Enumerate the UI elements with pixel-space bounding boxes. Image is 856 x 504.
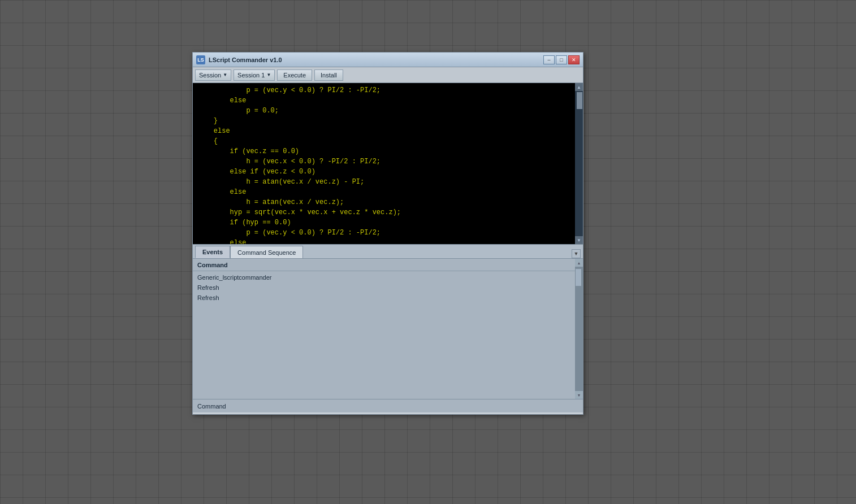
tab-command-sequence[interactable]: Command Sequence: [230, 246, 303, 258]
window-title: LScript Commander v1.0: [209, 57, 543, 63]
panel-scroll-down[interactable]: ▼: [575, 391, 583, 399]
title-bar-buttons: – □ ✕: [543, 55, 580, 64]
session-menu-arrow: ▼: [223, 72, 227, 77]
minimize-button[interactable]: –: [543, 55, 555, 64]
app-icon: LS: [196, 55, 205, 64]
list-item[interactable]: Generic_lscriptcommander: [193, 272, 583, 283]
code-editor[interactable]: p = (vec.y < 0.0) ? PI/2 : -PI/2; else p…: [193, 83, 583, 244]
app-icon-label: LS: [197, 57, 204, 63]
code-content: p = (vec.y < 0.0) ? PI/2 : -PI/2; else p…: [197, 85, 573, 244]
tab-events[interactable]: Events: [195, 246, 230, 258]
events-list: Generic_lscriptcommander Refresh Refresh: [193, 271, 583, 304]
panel-scrollbar-thumb[interactable]: [576, 269, 581, 286]
tabs-bar: Events Command Sequence ▼: [193, 244, 583, 259]
editor-scroll-down[interactable]: ▼: [575, 236, 583, 244]
session-menu-label: Session: [199, 72, 221, 79]
code-editor-container: p = (vec.y < 0.0) ? PI/2 : -PI/2; else p…: [193, 83, 583, 244]
title-bar: LS LScript Commander v1.0 – □ ✕: [193, 53, 583, 67]
panel-scrollbar: ▲ ▼: [575, 259, 583, 399]
menubar: Session ▼ Session 1 ▼ Execute Install: [193, 67, 583, 83]
session1-menu[interactable]: Session 1 ▼: [234, 69, 275, 81]
main-window: LS LScript Commander v1.0 – □ ✕ Session …: [192, 52, 583, 415]
tab-scroll-down-btn[interactable]: ▼: [572, 249, 581, 258]
editor-scrollbar-thumb[interactable]: [577, 92, 582, 109]
execute-button[interactable]: Execute: [277, 69, 312, 81]
list-item[interactable]: Refresh: [193, 293, 583, 303]
editor-scrollbar: ▲ ▼: [575, 83, 583, 244]
tabs-scroll-controls: ▼: [572, 249, 581, 258]
panel-scroll-up[interactable]: ▲: [575, 259, 583, 267]
session1-label: Session 1: [237, 72, 265, 79]
editor-scroll-up[interactable]: ▲: [575, 83, 583, 91]
session1-arrow: ▼: [266, 72, 271, 77]
panel-scrollbar-track: [575, 267, 583, 391]
list-item[interactable]: Refresh: [193, 283, 583, 293]
command-label: Command: [197, 403, 226, 410]
maximize-button[interactable]: □: [556, 55, 567, 64]
command-bar: Command: [193, 399, 583, 412]
events-panel: Command Generic_lscriptcommander Refresh…: [193, 259, 583, 399]
close-button[interactable]: ✕: [568, 55, 580, 64]
events-column-header: Command: [197, 262, 228, 268]
session-menu[interactable]: Session ▼: [195, 69, 231, 81]
install-button[interactable]: Install: [314, 69, 343, 81]
events-header: Command: [193, 259, 583, 271]
